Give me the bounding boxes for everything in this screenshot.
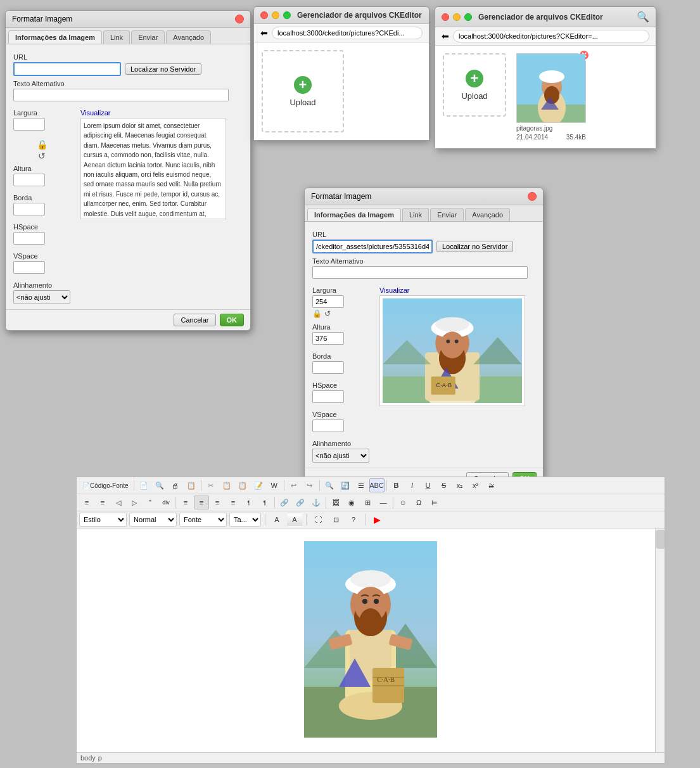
ck-help-btn[interactable]: ? xyxy=(346,513,361,527)
url-input-1[interactable] xyxy=(13,62,121,76)
ck-removeformat-btn[interactable]: Ix xyxy=(484,478,499,492)
ck-flash-btn[interactable]: ◉ xyxy=(344,496,359,509)
ck-select-btn[interactable]: ☰ xyxy=(353,478,369,492)
server-btn-1[interactable]: Localizar no Servidor xyxy=(125,63,201,75)
tab2-informacoes[interactable]: Informações da Imagem xyxy=(307,208,401,221)
width-input-2[interactable] xyxy=(312,295,344,308)
ck-youtube-btn[interactable]: ▶ xyxy=(369,513,385,527)
height-input-1[interactable] xyxy=(13,174,45,186)
vspace-input-2[interactable] xyxy=(312,419,344,432)
ck-maximize-btn[interactable]: ⛶ xyxy=(310,513,326,527)
browser-2-search-icon[interactable]: 🔍 xyxy=(637,11,649,23)
ck-bold-btn[interactable]: B xyxy=(389,478,404,492)
browser-2-url-input[interactable] xyxy=(453,30,649,42)
ck-align-justify-btn[interactable]: ≡ xyxy=(226,496,241,509)
ck-specialchar-btn[interactable]: Ω xyxy=(411,496,426,509)
border-input-1[interactable] xyxy=(13,203,45,215)
ck-cut-btn[interactable]: ✂ xyxy=(203,478,219,492)
ck-bidi-ltr-btn[interactable]: ¶ xyxy=(241,496,257,509)
ck-bidi-rtl-btn[interactable]: ¶ xyxy=(257,496,272,509)
ck-find-btn[interactable]: 🔍 xyxy=(322,478,337,492)
align-select-2[interactable]: <não ajusti xyxy=(312,449,369,463)
dialog-2-close-btn[interactable]: ✕ xyxy=(528,192,537,201)
ck-style-select[interactable]: Estilo xyxy=(79,513,127,527)
alt-input-2[interactable] xyxy=(312,266,528,279)
ck-ol-btn[interactable]: ≡ xyxy=(79,496,94,509)
lock-icon-2[interactable]: 🔒 xyxy=(312,309,322,318)
ck-pagebreak-btn[interactable]: ⊨ xyxy=(427,496,442,509)
ck-div-btn[interactable]: div xyxy=(158,496,174,509)
tab-avancado[interactable]: Avançado xyxy=(166,30,211,44)
browser-1-maximize[interactable] xyxy=(283,11,291,19)
ck-table-btn[interactable]: ⊞ xyxy=(360,496,375,509)
width-input-1[interactable] xyxy=(13,118,45,131)
tab2-avancado[interactable]: Avançado xyxy=(465,208,510,221)
browser-2-maximize[interactable] xyxy=(464,13,472,21)
ck-blockquote-btn[interactable]: " xyxy=(143,496,158,509)
ck-align-left-btn[interactable]: ≡ xyxy=(178,496,193,509)
ck-paste-text-btn[interactable]: 📝 xyxy=(251,478,266,492)
lock-icon-1[interactable]: 🔒 xyxy=(37,139,48,150)
tab2-enviar[interactable]: Enviar xyxy=(430,208,464,221)
ck-scrollbar-thumb[interactable] xyxy=(656,530,665,549)
browser-2-minimize[interactable] xyxy=(453,13,461,21)
url-input-2[interactable] xyxy=(312,240,433,253)
ck-fontcolor-btn[interactable]: A xyxy=(269,513,284,527)
ck-indent-dec-btn[interactable]: ◁ xyxy=(111,496,126,509)
upload-box-2[interactable]: + Upload xyxy=(443,53,506,117)
ck-format-select[interactable]: Normal xyxy=(129,513,177,527)
ck-sup-btn[interactable]: x² xyxy=(468,478,483,492)
ck-smiley-btn[interactable]: ☺ xyxy=(395,496,410,509)
pitagoras-thumbnail[interactable] xyxy=(516,53,586,123)
hspace-input-2[interactable] xyxy=(312,390,344,403)
ck-unlink-btn[interactable]: 🔗 xyxy=(293,496,308,509)
ck-size-select[interactable]: Ta... xyxy=(229,513,261,527)
browser-1-close[interactable] xyxy=(260,11,268,19)
ck-hr-btn[interactable]: — xyxy=(376,496,391,509)
hspace-input-1[interactable] xyxy=(13,232,45,245)
ck-sub-btn[interactable]: x₂ xyxy=(452,478,468,492)
cancel-btn-1[interactable]: Cancelar xyxy=(174,314,215,326)
ck-scrollbar[interactable] xyxy=(655,528,665,752)
browser-1-minimize[interactable] xyxy=(272,11,279,19)
border-input-2[interactable] xyxy=(312,361,344,374)
ck-redo-btn[interactable]: ↪ xyxy=(302,478,317,492)
vspace-input-1[interactable] xyxy=(13,261,45,274)
ck-source-btn[interactable]: 📄 Código-Fonte xyxy=(79,478,132,492)
ck-print-btn[interactable]: 🖨 xyxy=(168,478,183,492)
ck-underline-btn[interactable]: U xyxy=(421,478,436,492)
tab-link[interactable]: Link xyxy=(103,30,130,44)
ck-templates-btn[interactable]: 📋 xyxy=(184,478,199,492)
tab-informacoes[interactable]: Informações da Imagem xyxy=(8,30,102,44)
ok-btn-1[interactable]: OK xyxy=(220,314,245,326)
alt-input-1[interactable] xyxy=(13,89,229,101)
ck-undo-btn[interactable]: ↩ xyxy=(286,478,302,492)
ck-link-btn[interactable]: 🔗 xyxy=(277,496,292,509)
ck-paste-btn[interactable]: 📋 xyxy=(235,478,250,492)
tab-enviar[interactable]: Enviar xyxy=(131,30,165,44)
ck-replace-btn[interactable]: 🔄 xyxy=(338,478,353,492)
ck-align-center-btn[interactable]: ≡ xyxy=(194,496,209,509)
browser-2-back-icon[interactable]: ⬅ xyxy=(442,31,449,41)
ck-preview-btn[interactable]: 🔍 xyxy=(152,478,167,492)
ck-italic-btn[interactable]: I xyxy=(405,478,420,492)
browser-1-url-input[interactable] xyxy=(272,27,423,39)
ck-showblocks-btn[interactable]: ⊡ xyxy=(328,513,343,527)
refresh-icon-1[interactable]: ↺ xyxy=(38,151,46,161)
refresh-icon-2[interactable]: ↺ xyxy=(324,309,331,318)
browser-2-close[interactable] xyxy=(442,13,449,21)
ck-copy-btn[interactable]: 📋 xyxy=(219,478,234,492)
ck-font-select[interactable]: Fonte xyxy=(179,513,227,527)
ck-ul-btn[interactable]: ≡ xyxy=(95,496,110,509)
height-input-2[interactable] xyxy=(312,332,344,345)
dialog-1-close-btn[interactable]: ✕ xyxy=(235,15,244,23)
ck-indent-inc-btn[interactable]: ▷ xyxy=(127,496,142,509)
align-select-1[interactable]: <não ajusti xyxy=(13,290,70,304)
ck-bgcolor-btn[interactable]: A xyxy=(287,513,302,527)
ck-new-btn[interactable]: 📄 xyxy=(136,478,151,492)
server-btn-2[interactable]: Localizar no Servidor xyxy=(436,241,513,252)
ck-content[interactable]: C·A·B xyxy=(77,528,665,752)
upload-box-1[interactable]: + Upload xyxy=(262,50,344,132)
ck-spellcheck-btn[interactable]: ABC xyxy=(369,478,385,492)
ck-image-btn[interactable]: 🖼 xyxy=(328,496,343,509)
